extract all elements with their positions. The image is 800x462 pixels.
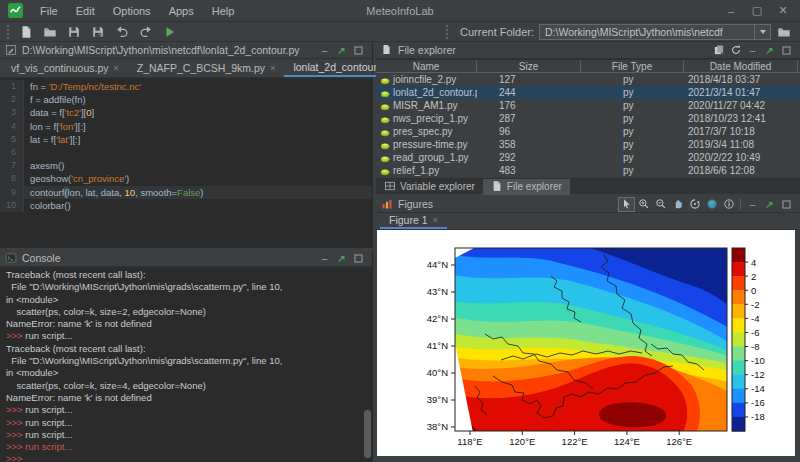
line-number: 4	[0, 120, 24, 133]
console-float-button[interactable]: ↗	[333, 251, 350, 266]
console-minimize-button[interactable]: –	[316, 251, 333, 266]
refresh-button[interactable]	[727, 43, 744, 58]
open-folder-button[interactable]	[40, 23, 60, 40]
menu-edit[interactable]: Edit	[67, 5, 104, 17]
file-explorer-maximize-button[interactable]	[778, 43, 795, 58]
chevron-down-icon[interactable]	[754, 25, 770, 39]
figures-minimize-button[interactable]: –	[744, 197, 761, 212]
zoom-out-button[interactable]	[652, 197, 669, 212]
file-type-cell: py	[581, 87, 684, 98]
file-size-cell: 127	[477, 74, 581, 85]
copy-file-button[interactable]	[710, 43, 727, 58]
editor-float-button[interactable]: ↗	[333, 43, 350, 58]
editor-tab-vf_vis_continuous.py[interactable]: vf_vis_continuous.py×	[2, 58, 128, 77]
code-editor[interactable]: 1fn = 'D:/Temp/nc/testnc.nc'2f = addfile…	[0, 78, 372, 246]
column-header-date-modified[interactable]: Date Modified	[684, 60, 798, 72]
table-row[interactable]: lonlat_2d_contour.py244py2021/3/14 01:47	[376, 86, 800, 99]
svg-text:40°N: 40°N	[427, 367, 448, 378]
console-line: >>> run script...	[6, 441, 372, 453]
console-title: Console	[22, 252, 61, 264]
code-line: 6	[0, 146, 372, 159]
save-all-button[interactable]	[88, 23, 108, 40]
editor-minimize-button[interactable]: –	[316, 43, 333, 58]
maximize-button[interactable]: ▢	[744, 1, 770, 21]
file-size-cell: 287	[477, 113, 581, 124]
table-row[interactable]: nws_precip_1.py287py2018/10/23 12:41	[376, 112, 800, 125]
console-line: >>> run script...	[6, 429, 372, 441]
editor-maximize-button[interactable]	[350, 43, 367, 58]
code-line: 9contourf(lon, lat, data, 10, smooth=Fal…	[0, 186, 372, 199]
svg-text:38°N: 38°N	[427, 421, 448, 432]
new-file-button[interactable]	[16, 23, 36, 40]
rotate-button[interactable]	[686, 197, 703, 212]
globe-button[interactable]	[703, 197, 720, 212]
table-row[interactable]: MISR_AM1.py176py2020/11/27 04:42	[376, 99, 800, 112]
cursor-button[interactable]	[618, 197, 635, 212]
line-number: 2	[0, 93, 24, 106]
code-text: geoshow('cn_province')	[24, 172, 372, 185]
table-row[interactable]: pressure-time.py358py2019/3/4 11:08	[376, 138, 800, 151]
console-line: NameError: name 'k' is not defined	[6, 392, 372, 404]
tab-variable-explorer[interactable]: Variable explorer	[376, 179, 483, 195]
file-explorer-minimize-button[interactable]: –	[744, 43, 761, 58]
menu-bar: FileEditOptionsAppsHelp	[31, 5, 243, 17]
edit-file-icon	[5, 44, 17, 56]
redo-button[interactable]	[136, 23, 156, 40]
save-button[interactable]	[64, 23, 84, 40]
console-maximize-button[interactable]	[350, 251, 367, 266]
run-script-button[interactable]	[160, 23, 180, 40]
console-output[interactable]: Traceback (most recent call last): File …	[0, 267, 372, 462]
close-button[interactable]: ✕	[770, 1, 796, 21]
column-header-file-type[interactable]: File Type	[581, 60, 684, 72]
undo-button[interactable]	[112, 23, 132, 40]
menu-apps[interactable]: Apps	[160, 5, 203, 17]
table-row[interactable]: pres_spec.py96py2017/3/7 10:18	[376, 125, 800, 138]
zoom-in-button[interactable]	[635, 197, 652, 212]
code-line: 8geoshow('cn_province')	[0, 172, 372, 185]
minimize-button[interactable]: –	[718, 1, 744, 21]
close-icon[interactable]: ×	[433, 215, 438, 225]
python-file-icon	[380, 127, 390, 137]
current-folder-combobox[interactable]: D:\Working\MIScript\Jython\mis\netcdf	[539, 24, 771, 40]
python-file-icon	[380, 166, 390, 176]
console-line: scatter(ps, color=k, size=2, edgecolor=N…	[6, 306, 372, 318]
python-file-icon	[380, 114, 390, 124]
file-date-cell: 2018/4/18 03:37	[684, 74, 798, 85]
menu-file[interactable]: File	[31, 5, 67, 17]
table-row[interactable]: read_group_1.py292py2020/2/22 10:49	[376, 151, 800, 164]
console-line: >>>	[6, 453, 372, 462]
file-explorer-panel: File explorer –↗ NameSizeFile TypeDate M…	[376, 42, 800, 194]
info-button[interactable]	[720, 197, 737, 212]
file-size-cell: 244	[477, 87, 581, 98]
browse-folder-button[interactable]	[774, 23, 794, 40]
tab-file-explorer[interactable]: File explorer	[483, 179, 570, 195]
column-header-name[interactable]: Name	[376, 60, 477, 72]
figures-maximize-button[interactable]	[778, 197, 795, 212]
menu-options[interactable]: Options	[104, 5, 160, 17]
close-icon[interactable]: ×	[113, 63, 118, 73]
editor-panel: D:\Working\MIScript\Jython\mis\netcdf\lo…	[0, 42, 373, 248]
code-text: lat = f['lat'][:]	[24, 133, 372, 146]
figure-canvas[interactable]: 44°N43°N42°N41°N40°N39°N38°N118°E120°E12…	[377, 230, 795, 456]
pan-button[interactable]	[669, 197, 686, 212]
tab-figure-1[interactable]: Figure 1 ×	[380, 212, 447, 229]
file-size-cell: 292	[477, 152, 581, 163]
app-logo-icon	[8, 3, 23, 18]
line-number: 5	[0, 133, 24, 146]
file-type-cell: py	[581, 74, 684, 85]
file-explorer-float-button[interactable]: ↗	[761, 43, 778, 58]
menu-help[interactable]: Help	[203, 5, 244, 17]
line-number: 8	[0, 172, 24, 185]
line-number: 9	[0, 186, 24, 199]
file-date-cell: 2018/6/6 12:08	[684, 165, 798, 176]
editor-panel-header: D:\Working\MIScript\Jython\mis\netcdf\lo…	[0, 42, 372, 59]
file-date-cell: 2018/10/23 12:41	[684, 113, 798, 124]
table-row[interactable]: relief_1.py483py2018/6/6 12:08	[376, 164, 800, 177]
column-header-size[interactable]: Size	[477, 60, 581, 72]
code-text	[24, 146, 372, 159]
table-row[interactable]: joinncfile_2.py127py2018/4/18 03:37	[376, 73, 800, 86]
editor-tab-Z_NAFP_C_BCSH_9km.py[interactable]: Z_NAFP_C_BCSH_9km.py×	[128, 58, 285, 77]
close-icon[interactable]: ×	[270, 63, 275, 73]
console-scrollbar[interactable]	[364, 410, 371, 458]
figures-float-button[interactable]: ↗	[761, 197, 778, 212]
